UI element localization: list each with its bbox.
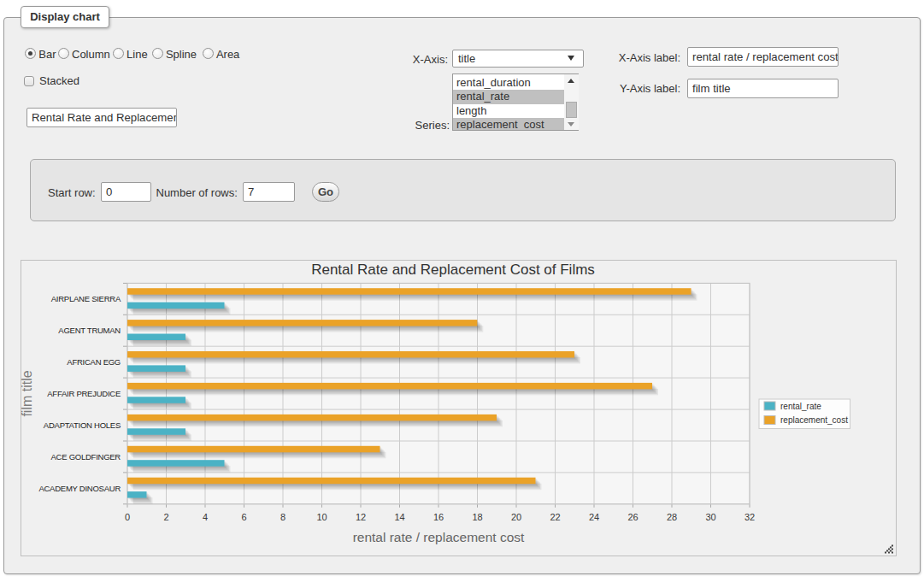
svg-text:film title: film title xyxy=(21,370,34,416)
svg-text:Rental Rate and Replacement Co: Rental Rate and Replacement Cost of Film… xyxy=(311,262,595,278)
svg-text:ACE GOLDFINGER: ACE GOLDFINGER xyxy=(51,452,121,461)
svg-text:8: 8 xyxy=(280,512,285,522)
svg-text:ADAPTATION HOLES: ADAPTATION HOLES xyxy=(44,420,121,430)
svg-text:18: 18 xyxy=(472,512,482,522)
svg-text:16: 16 xyxy=(433,512,444,522)
svg-text:rental rate / replacement cost: rental rate / replacement cost xyxy=(353,530,525,544)
svg-text:10: 10 xyxy=(316,512,327,522)
svg-text:0: 0 xyxy=(125,512,130,522)
svg-text:4: 4 xyxy=(203,512,208,522)
svg-text:AFRICAN EGG: AFRICAN EGG xyxy=(67,357,121,367)
svg-text:32: 32 xyxy=(744,512,755,522)
svg-text:26: 26 xyxy=(627,512,638,522)
svg-text:rental_rate: rental_rate xyxy=(780,402,821,411)
svg-text:14: 14 xyxy=(394,512,404,522)
svg-text:AIRPLANE SIERRA: AIRPLANE SIERRA xyxy=(51,294,121,303)
svg-text:20: 20 xyxy=(511,512,521,522)
svg-text:2: 2 xyxy=(163,512,168,522)
svg-text:12: 12 xyxy=(356,512,366,522)
svg-text:ACADEMY DINOSAUR: ACADEMY DINOSAUR xyxy=(38,484,121,493)
svg-text:22: 22 xyxy=(550,512,560,522)
svg-text:30: 30 xyxy=(705,512,715,522)
svg-text:AGENT TRUMAN: AGENT TRUMAN xyxy=(58,326,121,335)
svg-text:24: 24 xyxy=(589,512,599,522)
svg-text:replacement_cost: replacement_cost xyxy=(780,415,848,425)
svg-text:28: 28 xyxy=(667,512,677,522)
svg-text:AFFAIR PREJUDICE: AFFAIR PREJUDICE xyxy=(47,389,121,398)
svg-text:6: 6 xyxy=(241,512,246,522)
